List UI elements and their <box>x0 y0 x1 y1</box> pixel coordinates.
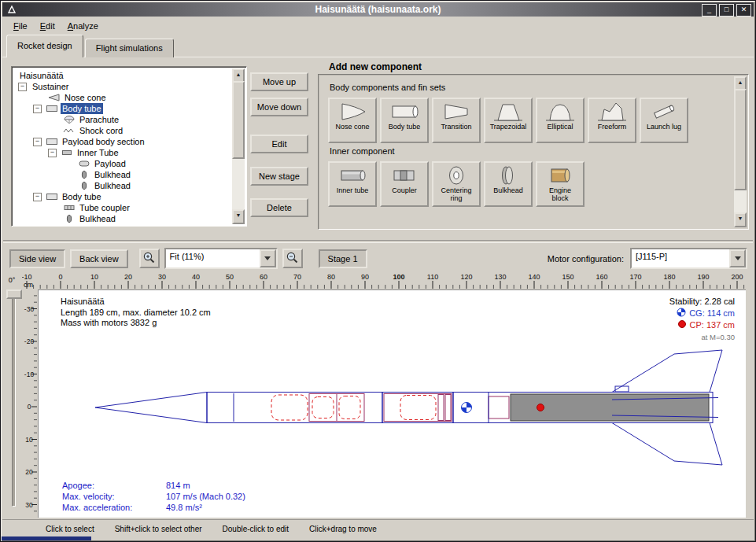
rotation-slider-track[interactable] <box>12 296 16 507</box>
svg-text:30: 30 <box>158 273 166 281</box>
dropdown-arrow-icon[interactable] <box>729 249 746 267</box>
scroll-thumb[interactable] <box>734 89 747 190</box>
motor-configuration-label: Motor configuration: <box>548 254 624 264</box>
svg-text:-20: -20 <box>24 337 35 345</box>
component-button-elliptical[interactable]: Elliptical <box>536 98 585 143</box>
component-button-launch-lug[interactable]: Launch lug <box>640 98 688 143</box>
tree-item-inner-tube[interactable]: −Inner Tube <box>13 147 232 158</box>
component-button-nose-cone[interactable]: Nose cone <box>328 98 377 143</box>
tree-expander-icon[interactable]: − <box>33 138 42 146</box>
inner-components <box>309 394 509 422</box>
component-button-bulkhead[interactable]: Bulkhead <box>484 161 533 207</box>
tab-flight-simulations[interactable]: Flight simulations <box>85 39 174 57</box>
centeringring-icon <box>441 164 472 187</box>
bulkhead-icon <box>78 170 90 179</box>
component-button-label: Coupler <box>392 187 417 195</box>
add-component-scrollbar[interactable]: ▲▼ <box>734 76 747 227</box>
coupler-icon <box>63 203 76 212</box>
move-down-button[interactable]: Move down <box>250 98 308 116</box>
tree-item-label: Parachute <box>78 114 120 125</box>
tree-item-label: Bulkhead <box>93 180 132 191</box>
component-button-transition[interactable]: Transition <box>432 98 481 143</box>
tree-item-nose-cone[interactable]: Nose cone <box>13 92 232 103</box>
tree-item-parachute[interactable]: Parachute <box>13 114 232 125</box>
shockcord-icon <box>63 126 76 135</box>
tree-item-bulkhead[interactable]: Bulkhead <box>13 169 232 180</box>
stability-value: Stability: 2.28 cal <box>669 297 735 308</box>
hint-double-click-to-edit: Double-click to edit <box>223 525 289 533</box>
zoom-in-button[interactable] <box>139 249 160 268</box>
svg-text:70: 70 <box>293 273 301 281</box>
svg-text:130: 130 <box>494 273 506 281</box>
maximize-button[interactable]: □ <box>719 4 734 17</box>
minimize-button[interactable]: _ <box>702 4 717 17</box>
bulkheadbig-icon <box>492 164 524 187</box>
component-button-coupler[interactable]: Coupler <box>380 161 429 207</box>
engineblock-icon <box>544 164 576 187</box>
zoom-fit-select[interactable]: Fit (11%) <box>164 248 278 269</box>
rocket-canvas[interactable]: Haisunäätä Length 189 cm, max. diameter … <box>38 289 746 518</box>
title-bar[interactable]: Haisunäätä (haisunaata.ork) _□✕ <box>2 2 754 17</box>
component-button-label: Transition <box>441 124 471 131</box>
add-component-panel: Body components and fin setsNose coneBod… <box>318 74 749 230</box>
component-button-trapezoidal[interactable]: Trapezoidal <box>484 98 533 143</box>
tree-expander-icon[interactable]: − <box>33 105 42 113</box>
svg-text:10: 10 <box>25 436 33 444</box>
tree-item-bulkhead[interactable]: Bulkhead <box>13 213 232 224</box>
stage-1-button[interactable]: Stage 1 <box>319 249 367 268</box>
nose-cone-shape <box>95 393 207 423</box>
tree-item-shock-cord[interactable]: Shock cord <box>13 125 232 136</box>
component-button-centering-ring[interactable]: Centering ring <box>432 161 481 207</box>
tree-expander-icon[interactable]: − <box>18 83 27 91</box>
scroll-thumb[interactable] <box>232 81 245 159</box>
tree-item-payload-body-section[interactable]: −Payload body section <box>13 136 232 147</box>
scroll-down-button[interactable]: ▼ <box>232 209 245 224</box>
tree-item-sustainer[interactable]: −Sustainer <box>13 81 232 92</box>
delete-button[interactable]: Delete <box>250 198 308 217</box>
trapezoidal-icon <box>492 100 524 124</box>
move-up-button[interactable]: Move up <box>250 72 308 91</box>
tree-expander-icon[interactable]: − <box>48 149 57 157</box>
zoom-out-button[interactable] <box>282 249 303 268</box>
window-title: Haisunäätä (haisunaata.ork) <box>2 4 754 15</box>
component-button-engine-block[interactable]: Engine block <box>536 161 585 207</box>
menu-edit[interactable]: Edit <box>34 19 61 33</box>
tree-scrollbar[interactable]: ▲▼ <box>232 68 245 224</box>
svg-text:150: 150 <box>562 273 573 281</box>
dropdown-arrow-icon[interactable] <box>260 249 276 267</box>
edit-button[interactable]: Edit <box>250 135 308 153</box>
side-view-button[interactable]: Side view <box>9 249 65 268</box>
rotation-control: 0° <box>2 272 22 518</box>
panel-divider[interactable] <box>3 240 753 243</box>
max-acceleration-value: 49.8 m/s² <box>166 502 202 513</box>
tree-item-payload[interactable]: Payload <box>13 158 232 169</box>
scroll-down-button[interactable]: ▼ <box>734 212 747 227</box>
svg-text:-10: -10 <box>22 273 32 281</box>
motor-configuration-select[interactable]: [J115-P] <box>630 248 747 269</box>
rotation-slider-handle[interactable] <box>6 289 22 299</box>
menu-analyze[interactable]: Analyze <box>61 19 105 33</box>
status-hints: Click to selectShift+click to select oth… <box>2 519 754 537</box>
component-button-freeform[interactable]: Freeform <box>588 98 636 143</box>
close-button[interactable]: ✕ <box>736 4 751 17</box>
flight-stats: Apogee:814 mMax. velocity:107 m/s (Mach … <box>62 480 245 513</box>
tree-item-body-tube[interactable]: −Body tube <box>13 191 232 202</box>
menu-file[interactable]: File <box>7 19 34 33</box>
component-row: Nose coneBody tubeTransitionTrapezoidalE… <box>328 98 733 143</box>
component-button-inner-tube[interactable]: Inner tube <box>328 161 377 207</box>
tree-expander-icon[interactable]: − <box>33 193 42 201</box>
tab-rocket-design[interactable]: Rocket design <box>6 35 83 57</box>
back-view-button[interactable]: Back view <box>70 249 128 268</box>
tree-item-haisun-t[interactable]: Haisunäätä <box>13 70 232 81</box>
innertube-icon <box>61 148 73 157</box>
new-stage-button[interactable]: New stage <box>250 167 308 186</box>
action-buttons: Move upMove downEditNew stageDelete <box>250 72 308 223</box>
tree-item-label: Payload <box>93 158 127 169</box>
component-button-body-tube[interactable]: Body tube <box>380 98 429 143</box>
tree-item-label: Shock cord <box>78 125 124 136</box>
component-row: Inner tubeCouplerCentering ringBulkheadE… <box>328 161 733 207</box>
tree-item-tube-coupler[interactable]: Tube coupler <box>13 202 232 213</box>
tree-item-body-tube[interactable]: −Body tube <box>13 103 232 114</box>
bodytube-icon <box>46 104 58 113</box>
tree-item-bulkhead[interactable]: Bulkhead <box>13 180 232 191</box>
